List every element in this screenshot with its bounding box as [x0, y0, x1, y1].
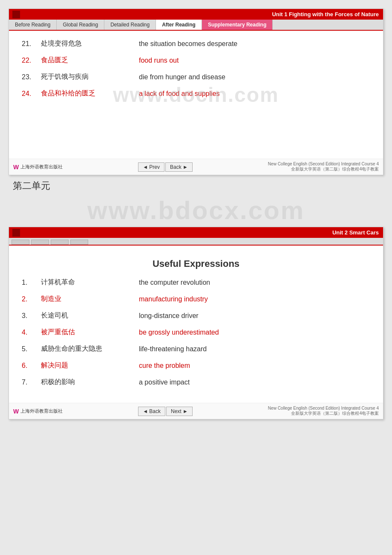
item-num: 23. [22, 73, 41, 81]
panel2-body: Useful Expressions 1. 计算机革命 the computer… [9, 246, 383, 403]
expression-list-1: 21. 处境变得危急 the situation becomes despera… [22, 39, 370, 98]
item-chinese: 处境变得危急 [41, 39, 126, 48]
tab-after-reading[interactable]: After Reading [156, 20, 202, 30]
list-item: 5. 威胁生命的重大隐患 life-threatening hazard [22, 344, 370, 353]
item-chinese: 被严重低估 [41, 328, 126, 337]
tab-before-reading[interactable]: Before Reading [9, 20, 57, 30]
item-english: manufacturing industry [139, 295, 208, 303]
red-square-icon-2 [12, 229, 20, 237]
item-num: 6. [22, 362, 41, 370]
list-item: 4. 被严重低估 be grossly underestimated [22, 328, 370, 337]
unit2-tab-1[interactable] [12, 240, 29, 245]
item-chinese: 解决问题 [41, 361, 126, 370]
item-chinese: 死于饥饿与疾病 [41, 72, 126, 81]
panel1: Unit 1 Fighting with the Forces of Natur… [9, 9, 383, 175]
item-chinese: 计算机革命 [41, 278, 126, 287]
back-button-2[interactable]: ◄ Back [138, 407, 165, 416]
list-item: 1. 计算机革命 the computer revolution [22, 278, 370, 287]
item-chinese: 积极的影响 [41, 378, 126, 387]
list-item: 7. 积极的影响 a positive impact [22, 378, 370, 387]
item-num: 2. [22, 295, 41, 303]
footer-copyright-2: New College English (Second Edition) Int… [268, 406, 379, 416]
list-item: 6. 解决问题 cure the problem [22, 361, 370, 370]
list-item: 21. 处境变得危急 the situation becomes despera… [22, 39, 370, 48]
section-label: 第二单元 [13, 179, 383, 192]
item-num: 7. [22, 379, 41, 386]
item-english: the situation becomes desperate [139, 40, 237, 48]
list-item: 2. 制造业 manufacturing industry [22, 295, 370, 304]
item-english: food runs out [139, 57, 179, 64]
item-english: die from hunger and disease [139, 73, 225, 81]
list-item: 23. 死于饥饿与疾病 die from hunger and disease [22, 72, 370, 81]
red-square-icon [12, 11, 20, 18]
item-english: be grossly underestimated [139, 329, 219, 336]
panel2-header: Unit 2 Smart Cars [9, 227, 383, 238]
footer-logo-2: W 上海外语教育出版社 [13, 408, 63, 415]
unit2-tab-4[interactable] [70, 240, 88, 245]
panel1-nav-buttons: ◄ Prev Back ► [138, 162, 193, 172]
item-num: 1. [22, 279, 41, 286]
useful-expressions-title: Useful Expressions [22, 258, 370, 269]
panel1-body: www.docin.com 21. 处境变得危急 the situation b… [9, 31, 383, 159]
item-num: 3. [22, 312, 41, 320]
panel2-footer: W 上海外语教育出版社 ◄ Back Next ► New College En… [9, 403, 383, 419]
list-item: 24. 食品和补给的匮乏 a lack of food and supplies [22, 89, 370, 98]
panel2-nav [9, 238, 383, 246]
item-chinese: 威胁生命的重大隐患 [41, 344, 126, 353]
panel2-title: Unit 2 Smart Cars [332, 229, 379, 236]
item-num: 21. [22, 40, 41, 48]
item-num: 24. [22, 90, 41, 98]
item-num: 4. [22, 329, 41, 336]
panel2-nav-buttons: ◄ Back Next ► [138, 407, 193, 416]
tab-global-reading[interactable]: Global Reading [57, 20, 104, 30]
item-chinese: 食品和补给的匮乏 [41, 89, 126, 98]
back-button[interactable]: Back ► [165, 162, 193, 172]
tab-supplementary-reading[interactable]: Supplementary Reading [202, 20, 273, 30]
item-english: cure the problem [139, 362, 190, 370]
panel1-title: Unit 1 Fighting with the Forces of Natur… [272, 11, 379, 17]
watermark-bdocx: www.bdocx.com [9, 196, 383, 225]
footer-logo-text-2: 上海外语教育出版社 [20, 408, 63, 414]
item-chinese: 制造业 [41, 295, 126, 304]
footer-logo-1: W 上海外语教育出版社 [13, 164, 63, 171]
prev-button[interactable]: ◄ Prev [138, 162, 164, 172]
item-english: long-distance driver [139, 312, 199, 320]
w-logo-icon-2: W [13, 408, 19, 415]
unit2-tab-2[interactable] [31, 240, 49, 245]
next-button[interactable]: Next ► [166, 407, 193, 416]
footer-logo-text: 上海外语教育出版社 [20, 164, 63, 170]
item-english: a positive impact [139, 379, 190, 386]
item-chinese: 长途司机 [41, 311, 126, 320]
item-num: 5. [22, 345, 41, 353]
list-item: 22. 食品匮乏 food runs out [22, 56, 370, 65]
panel1-footer: W 上海外语教育出版社 ◄ Prev Back ► New College En… [9, 159, 383, 175]
footer-copyright-1: New College English (Second Edition) Int… [268, 162, 379, 172]
unit2-tab-3[interactable] [51, 240, 69, 245]
list-item: 3. 长途司机 long-distance driver [22, 311, 370, 320]
panel1-header: Unit 1 Fighting with the Forces of Natur… [9, 9, 383, 20]
tab-detailed-reading[interactable]: Detailed Reading [104, 20, 156, 30]
expression-list-2: 1. 计算机革命 the computer revolution 2. 制造业 … [22, 278, 370, 387]
item-english: a lack of food and supplies [139, 90, 219, 98]
panel2: Unit 2 Smart Cars Useful Expressions 1. … [9, 227, 383, 419]
item-english: the computer revolution [139, 279, 210, 286]
w-logo-icon: W [13, 164, 19, 171]
panel1-nav: Before Reading Global Reading Detailed R… [9, 20, 383, 31]
item-chinese: 食品匮乏 [41, 56, 126, 65]
item-num: 22. [22, 57, 41, 64]
item-english: life-threatening hazard [139, 345, 207, 353]
